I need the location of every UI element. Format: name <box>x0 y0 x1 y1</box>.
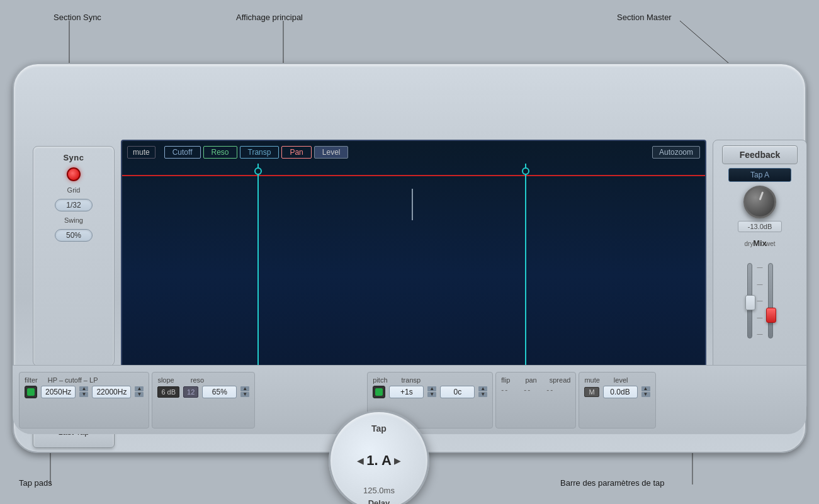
autozoom-button[interactable]: Autozoom <box>652 146 700 159</box>
feedback-knob-value: -13.0dB <box>738 221 782 232</box>
tap-main-selector: ◀ 1. A ▶ <box>357 452 401 469</box>
annotation-affichage: Affichage principal <box>236 13 303 22</box>
pan-label: pan <box>525 376 536 384</box>
reso-value[interactable]: 65% <box>202 386 237 398</box>
tab-reso[interactable]: Reso <box>203 146 237 159</box>
dry-fader-handle[interactable] <box>745 295 755 310</box>
grid-value[interactable]: 1/32 <box>55 199 93 211</box>
level-stepper[interactable]: ▲ ▼ <box>641 386 650 397</box>
red-line <box>122 175 705 176</box>
wet-fader-handle[interactable] <box>766 308 776 323</box>
slope-reso-group: slope reso 6 dB 12 65% ▲ ▼ <box>152 372 255 428</box>
transp-down[interactable]: ▼ <box>478 392 487 397</box>
hp-stepper[interactable]: ▲ ▼ <box>79 386 88 397</box>
dry-label: dry <box>745 240 754 247</box>
pitch-value[interactable]: +1s <box>389 386 424 398</box>
filter-type: HP – cutoff – LP <box>48 376 98 384</box>
lp-value[interactable]: 22000Hz <box>92 386 131 398</box>
hp-value[interactable]: 2050Hz <box>41 386 76 398</box>
display-tabs: mute Cutoff Reso Transp Pan Level Autozo… <box>122 141 705 164</box>
lp-stepper[interactable]: ▲ ▼ <box>135 386 144 397</box>
level-down[interactable]: ▼ <box>641 392 650 397</box>
mute-level-header: mute level <box>584 376 650 384</box>
pitch-led <box>375 388 383 396</box>
tap-selector[interactable]: Tap ◀ 1. A ▶ 125.0ms Delay <box>329 410 429 504</box>
spread-value: -- <box>546 386 554 395</box>
mix-area: Mix dry wet — — — — — <box>719 238 801 339</box>
tab-transp[interactable]: Transp <box>240 146 280 159</box>
fps-values: -- -- -- <box>501 386 570 395</box>
hp-up[interactable]: ▲ <box>79 386 88 391</box>
level-up[interactable]: ▲ <box>641 386 650 391</box>
filter-values: 2050Hz ▲ ▼ 22000Hz ▲ ▼ <box>25 386 144 398</box>
mute-level-group: mute level M 0.0dB ▲ ▼ <box>579 372 655 428</box>
pitch-transp-header: pitch transp <box>373 376 487 384</box>
mute-label-param: mute <box>584 376 599 384</box>
pitch-up[interactable]: ▲ <box>427 386 436 391</box>
tap-b-marker: B <box>525 164 526 390</box>
tap-selector-value: 1. A <box>366 452 392 469</box>
slope-12: 12 <box>183 386 198 398</box>
filter-power-btn[interactable] <box>25 386 37 398</box>
tap-top-label: Tap <box>371 423 387 434</box>
tab-level[interactable]: Level <box>314 146 349 159</box>
tap-a-marker: A <box>257 164 259 390</box>
slope-label: slope <box>157 376 174 384</box>
lp-down[interactable]: ▼ <box>135 392 144 397</box>
reso-label: reso <box>191 376 204 384</box>
pitch-transp-values: +1s ▲ ▼ 0c ▲ ▼ <box>373 386 487 398</box>
feedback-button[interactable]: Feedback <box>722 145 798 164</box>
flip-label: flip <box>501 376 510 384</box>
pitch-down[interactable]: ▼ <box>427 392 436 397</box>
mute-label[interactable]: mute <box>127 146 155 159</box>
tap-a-select[interactable]: Tap A <box>728 168 791 182</box>
hp-down[interactable]: ▼ <box>79 392 88 397</box>
reso-stepper[interactable]: ▲ ▼ <box>240 386 249 397</box>
spread-label: spread <box>550 376 571 384</box>
annotation-tap-pads: Tap pads <box>19 478 52 488</box>
transp-value[interactable]: 0c <box>440 386 475 398</box>
pitch-label: pitch <box>373 376 387 384</box>
pitch-stepper[interactable]: ▲ ▼ <box>427 386 436 397</box>
mix-label: Mix <box>753 238 767 248</box>
reso-up[interactable]: ▲ <box>240 386 249 391</box>
transp-stepper[interactable]: ▲ ▼ <box>478 386 487 397</box>
tap-b-node[interactable] <box>522 167 529 175</box>
annotation-barre-params: Barre des paramètres de tap <box>560 478 664 488</box>
grid-label: Grid <box>67 186 81 194</box>
filter-label: filter <box>25 376 38 384</box>
playback-cursor <box>412 189 413 220</box>
fps-header: flip pan spread <box>501 376 570 384</box>
lp-up[interactable]: ▲ <box>135 386 144 391</box>
filter-group: filter HP – cutoff – LP 2050Hz ▲ ▼ 22000… <box>19 372 149 428</box>
level-value[interactable]: 0.0dB <box>603 386 638 398</box>
sync-led[interactable] <box>67 167 81 181</box>
filter-led <box>27 388 35 396</box>
tab-cutoff[interactable]: Cutoff <box>164 146 201 159</box>
tap-right-arrow[interactable]: ▶ <box>394 456 401 466</box>
tab-pan[interactable]: Pan <box>281 146 311 159</box>
sync-title: Sync <box>63 153 84 162</box>
mute-m-button[interactable]: M <box>584 387 599 397</box>
tap-time: 125.0ms <box>363 486 395 495</box>
transp-label: transp <box>402 376 421 384</box>
reso-down[interactable]: ▼ <box>240 392 249 397</box>
slope-value: 6 dB <box>157 386 179 398</box>
pan-value: -- <box>524 386 531 395</box>
wet-label: wet <box>765 240 776 247</box>
pitch-power-btn[interactable] <box>373 386 385 398</box>
feedback-knob-container: -13.0dB <box>738 186 782 232</box>
swing-label: Swing <box>64 216 83 224</box>
sync-section: Sync Grid 1/32 Swing 50% <box>33 146 115 366</box>
annotation-section-sync: Section Sync <box>54 13 101 22</box>
swing-value[interactable]: 50% <box>55 229 93 242</box>
transp-up[interactable]: ▲ <box>478 386 487 391</box>
tap-a-node[interactable] <box>254 167 262 175</box>
fader-scale: — — — — — <box>757 263 763 339</box>
tap-left-arrow[interactable]: ◀ <box>357 456 364 466</box>
slope-reso-values: 6 dB 12 65% ▲ ▼ <box>157 386 249 398</box>
level-label: level <box>614 376 628 384</box>
flip-value: -- <box>501 386 509 395</box>
feedback-knob[interactable] <box>743 186 776 218</box>
mute-level-values: M 0.0dB ▲ ▼ <box>584 386 650 398</box>
